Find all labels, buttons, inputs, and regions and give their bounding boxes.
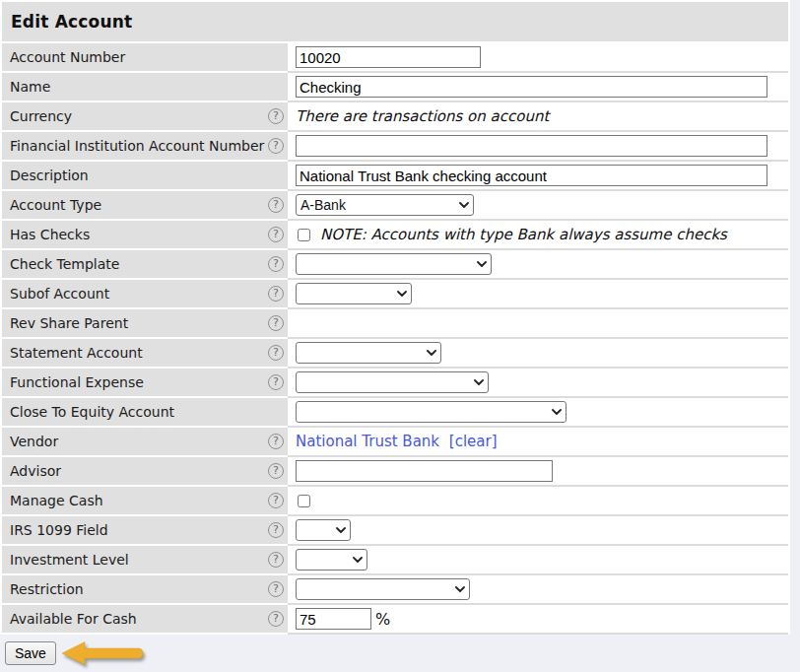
help-icon[interactable]: ?: [268, 256, 284, 272]
available-for-cash-input[interactable]: [296, 608, 371, 630]
field-label: Currency: [10, 108, 72, 124]
help-icon[interactable]: ?: [268, 286, 284, 302]
row-statement-account: Statement Account ?: [2, 339, 788, 369]
field-label: Subof Account: [10, 286, 109, 302]
help-icon[interactable]: ?: [268, 227, 284, 242]
row-investment-level: Investment Level ?: [2, 546, 788, 575]
subof-account-select[interactable]: [296, 283, 412, 304]
currency-note: There are transactions on account: [296, 107, 549, 125]
row-account-type: Account Type ? A-Bank: [2, 191, 788, 221]
help-icon[interactable]: ?: [268, 345, 284, 361]
row-name: Name: [2, 73, 788, 102]
row-advisor: Advisor ?: [2, 457, 788, 487]
help-icon[interactable]: ?: [268, 522, 284, 538]
close-to-equity-account-select[interactable]: [296, 401, 567, 423]
field-label: Check Template: [10, 256, 119, 272]
field-label: Restriction: [10, 581, 84, 597]
field-label: Statement Account: [10, 345, 143, 361]
help-icon[interactable]: ?: [268, 434, 284, 449]
functional-expense-select[interactable]: [296, 371, 489, 393]
row-subof-account: Subof Account ?: [2, 280, 788, 309]
help-icon[interactable]: ?: [268, 197, 284, 213]
advisor-input[interactable]: [296, 460, 553, 482]
field-label: Name: [10, 79, 50, 95]
vendor-clear-link[interactable]: [clear]: [449, 433, 498, 450]
field-label: Functional Expense: [10, 374, 144, 390]
field-label: Financial Institution Account Number: [10, 138, 264, 154]
row-financial-institution-account-number: Financial Institution Account Number ?: [2, 132, 788, 162]
row-restriction: Restriction ?: [2, 575, 788, 605]
help-icon[interactable]: ?: [268, 138, 284, 154]
has-checks-note: NOTE: Accounts with type Bank always ass…: [320, 226, 727, 243]
field-label: Account Number: [10, 49, 125, 65]
row-functional-expense: Functional Expense ?: [2, 369, 788, 398]
account-type-select[interactable]: A-Bank: [296, 194, 474, 216]
save-button[interactable]: Save: [5, 641, 56, 665]
irs-1099-field-select[interactable]: [296, 519, 351, 541]
row-account-number: Account Number: [2, 43, 788, 73]
field-label: Description: [10, 168, 89, 183]
description-input[interactable]: [296, 165, 767, 186]
arrow-left-icon: [61, 640, 146, 666]
row-vendor: Vendor ? National Trust Bank [clear]: [2, 428, 788, 457]
field-label: Vendor: [10, 434, 58, 449]
restriction-select[interactable]: [296, 578, 470, 600]
page-title: Edit Account: [2, 2, 788, 41]
field-label: Advisor: [10, 463, 61, 479]
form-footer: Save: [0, 635, 800, 672]
name-input[interactable]: [296, 76, 767, 98]
help-icon[interactable]: ?: [268, 552, 284, 568]
field-label: IRS 1099 Field: [10, 522, 108, 538]
help-icon[interactable]: ?: [268, 374, 284, 390]
help-icon[interactable]: ?: [268, 108, 284, 124]
row-description: Description: [2, 162, 788, 191]
help-icon[interactable]: ?: [268, 611, 284, 627]
help-icon[interactable]: ?: [268, 315, 284, 331]
help-icon[interactable]: ?: [268, 463, 284, 479]
manage-cash-checkbox[interactable]: [298, 495, 310, 507]
row-has-checks: Has Checks ? NOTE: Accounts with type Ba…: [2, 221, 788, 250]
field-label: Account Type: [10, 197, 101, 213]
field-label: Manage Cash: [10, 493, 103, 508]
help-icon[interactable]: ?: [268, 581, 284, 597]
field-label: Rev Share Parent: [10, 315, 128, 331]
financial-institution-account-number-input[interactable]: [296, 135, 767, 157]
edit-account-form: Edit Account Account Number Name Currenc…: [0, 0, 790, 635]
check-template-select[interactable]: [296, 253, 492, 275]
row-irs-1099-field: IRS 1099 Field ?: [2, 516, 788, 546]
field-label: Close To Equity Account: [10, 404, 174, 420]
row-available-for-cash: Available For Cash ? %: [2, 605, 788, 635]
account-number-input[interactable]: [296, 46, 481, 68]
statement-account-select[interactable]: [296, 342, 441, 364]
row-currency: Currency ? There are transactions on acc…: [2, 102, 788, 132]
percent-suffix: %: [375, 610, 390, 629]
field-label: Investment Level: [10, 552, 129, 568]
field-label: Has Checks: [10, 227, 90, 242]
row-check-template: Check Template ?: [2, 250, 788, 280]
help-icon[interactable]: ?: [268, 493, 284, 508]
investment-level-select[interactable]: [296, 549, 367, 571]
row-manage-cash: Manage Cash ?: [2, 487, 788, 516]
vendor-link[interactable]: National Trust Bank: [296, 433, 439, 450]
has-checks-checkbox[interactable]: [298, 229, 310, 241]
row-close-to-equity-account: Close To Equity Account: [2, 398, 788, 428]
field-label: Available For Cash: [10, 611, 137, 627]
row-rev-share-parent: Rev Share Parent ?: [2, 309, 788, 339]
